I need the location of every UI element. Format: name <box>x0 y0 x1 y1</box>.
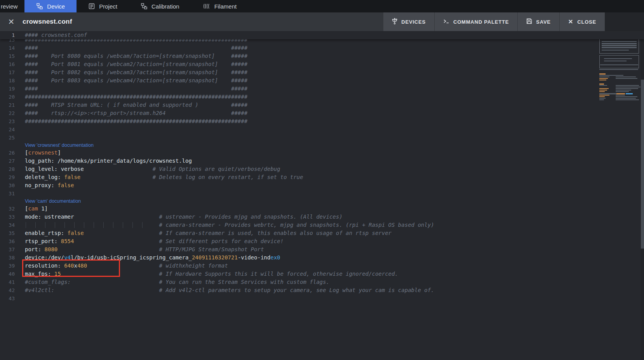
tab-project[interactable]: Project <box>77 0 129 12</box>
code-line: 23######################################… <box>0 117 644 125</box>
project-icon <box>88 3 95 10</box>
code-editor[interactable]: 13######################################… <box>0 31 644 360</box>
tab-calibration-label: Calibration <box>151 3 179 10</box>
sticky-line-number: 1 <box>0 31 19 39</box>
code-line: 21#### RTSP Stream URL: ( if enabled and… <box>0 101 644 109</box>
minimap-mark <box>599 80 606 80</box>
line-text: #v4l2ctl: # Add v4l2-ctl parameters to s… <box>19 286 434 294</box>
line-text: log_path: /home/mks/printer_data/logs/cr… <box>19 157 192 165</box>
minimap-mark <box>600 64 638 65</box>
highlight-red-box <box>22 259 120 277</box>
line-text: #### RTSP Stream URL: ( if enabled and s… <box>19 101 247 109</box>
minimap-mark <box>599 98 606 99</box>
close-button-label: CLOSE <box>577 19 596 25</box>
code-line: 17#### Port 8082 equals /webcam3/?action… <box>0 68 644 77</box>
minimap-mark <box>626 93 633 94</box>
line-number: 28 <box>0 165 19 173</box>
command-palette-button[interactable]: COMMAND PALETTE <box>434 12 517 31</box>
documentation-link[interactable]: View 'cam' documentation <box>25 198 81 204</box>
code-line: 32[cam 1] <box>0 205 644 213</box>
line-text: port: 8080 # HTTP/MJPG Stream/Snapshot P… <box>19 245 264 254</box>
indent-guide <box>35 222 36 228</box>
minimap-mark <box>599 75 623 76</box>
minimap-mark <box>599 96 605 97</box>
minimap-mark <box>599 90 607 90</box>
code-line: 22#### rtsp://<ip>:<rtsp_port>/stream.h2… <box>0 109 644 117</box>
save-icon <box>526 18 532 25</box>
file-title: crowsnest.conf <box>23 12 72 31</box>
minimap-mark <box>599 55 639 68</box>
minimap-mark <box>602 43 637 44</box>
code-line: 24 <box>0 125 644 134</box>
save-button[interactable]: SAVE <box>517 12 559 31</box>
editor-close-x-button[interactable]: ✕ <box>0 12 23 31</box>
minimap-mark <box>602 50 629 50</box>
line-number: 43 <box>0 294 19 303</box>
code-lens-row: View 'crowsnest' documentation <box>0 142 644 149</box>
scrollbar-thumb[interactable] <box>641 80 644 249</box>
line-number: 26 <box>0 149 19 157</box>
code-line: 42#v4l2ctl: # Add v4l2-ctl parameters to… <box>0 286 644 294</box>
minimap-mark <box>599 85 607 86</box>
line-number: 41 <box>0 278 19 286</box>
tab-filament[interactable]: Filament <box>191 0 249 12</box>
line-number: 16 <box>0 60 19 68</box>
code-line: 33mode: ustreamer # ustreamer - Provides… <box>0 213 644 221</box>
editor-scrollbar[interactable] <box>641 31 644 360</box>
tab-calibration[interactable]: Calibration <box>129 0 191 12</box>
line-number: 27 <box>0 157 19 165</box>
terminal-icon <box>443 19 449 25</box>
line-number: 18 <box>0 77 19 85</box>
line-text: #### ##### <box>19 44 247 52</box>
code-line: 37port: 8080 # HTTP/MJPG Stream/Snapshot… <box>0 245 644 254</box>
line-text <box>19 190 25 198</box>
minimap-mark <box>616 91 629 92</box>
minimap-mark <box>604 61 627 61</box>
line-text: #### ##### <box>19 85 247 93</box>
editor-header: ✕ crowsnest.conf DEVICES COMMAND PALETTE <box>0 12 644 31</box>
line-number: 14 <box>0 44 19 52</box>
documentation-link[interactable]: View 'crowsnest' documentation <box>25 143 94 148</box>
code-line: 15#### Port 8080 equals /webcam/?action=… <box>0 52 644 60</box>
indent-guide <box>142 222 143 228</box>
line-text: #### Port 8082 equals /webcam3/?action=[… <box>19 68 247 77</box>
minimap-mark <box>616 98 636 99</box>
close-button[interactable]: ✕ CLOSE <box>559 12 605 31</box>
minimap[interactable] <box>599 32 641 110</box>
usb-icon <box>392 18 397 26</box>
save-button-label: SAVE <box>536 19 551 25</box>
line-text: #custom_flags: # You can run the Stream … <box>19 278 329 286</box>
sticky-line-1: 1 #### crowsnest.conf <box>0 31 644 39</box>
minimap-mark <box>599 91 605 92</box>
line-number: 19 <box>0 85 19 93</box>
header-filler <box>605 12 644 31</box>
editor-actions: DEVICES COMMAND PALETTE SAVE ✕ CLOSE <box>383 12 644 31</box>
line-number: 17 <box>0 68 19 77</box>
line-number: 38 <box>0 254 19 262</box>
tab-preview-partial[interactable]: review <box>0 0 24 12</box>
line-number: 37 <box>0 245 19 254</box>
line-text: rtsp_port: 8554 # Set different ports fo… <box>19 237 284 245</box>
minimap-mark <box>599 93 616 94</box>
minimap-mark <box>599 95 609 96</box>
minimap-mark <box>602 47 637 48</box>
line-text <box>19 294 25 303</box>
minimap-mark <box>604 58 632 59</box>
code-line: 26[crowsnest] <box>0 149 644 157</box>
close-icon: ✕ <box>568 18 573 25</box>
line-number: 39 <box>0 262 19 270</box>
indent-guide <box>45 222 45 228</box>
minimap-mark <box>616 90 631 90</box>
code-line: 34 # camera-streamer - Provides webrtc, … <box>0 221 644 229</box>
indent-guide <box>94 222 94 228</box>
command-palette-button-label: COMMAND PALETTE <box>453 19 509 25</box>
code-line: 28log_level: verbose # Valid Options are… <box>0 165 644 173</box>
code-line: 43 <box>0 294 644 303</box>
minimap-mark <box>599 99 604 100</box>
minimap-mark <box>599 73 606 75</box>
minimap-mark <box>616 95 625 96</box>
tab-device[interactable]: Device <box>24 0 77 12</box>
code-line: 16#### Port 8081 equals /webcam2/?action… <box>0 60 644 68</box>
line-number: 35 <box>0 229 19 237</box>
devices-button[interactable]: DEVICES <box>383 12 434 31</box>
